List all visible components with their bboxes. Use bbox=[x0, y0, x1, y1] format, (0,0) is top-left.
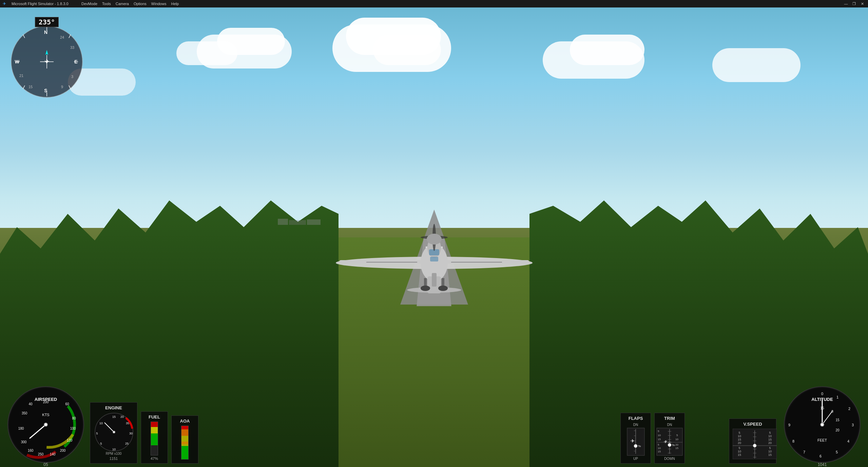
flaps-dn-label: DN bbox=[633, 423, 638, 427]
menu-options[interactable]: Options bbox=[134, 2, 147, 6]
svg-text:1: 1 bbox=[836, 395, 838, 399]
compass-heading-value: 235° bbox=[39, 18, 55, 26]
svg-text:21: 21 bbox=[19, 74, 23, 78]
svg-text:5: 5 bbox=[738, 431, 740, 434]
svg-text:20: 20 bbox=[768, 441, 772, 445]
aoa-current bbox=[181, 442, 188, 444]
svg-text:30: 30 bbox=[129, 432, 133, 435]
svg-point-61 bbox=[44, 423, 47, 426]
svg-text:15: 15 bbox=[768, 453, 772, 456]
svg-text:10: 10 bbox=[768, 450, 772, 453]
cloud-6 bbox=[373, 35, 441, 65]
svg-text:15: 15 bbox=[738, 453, 741, 456]
cloud-9 bbox=[712, 48, 801, 82]
fuel-fill-yellow bbox=[151, 427, 158, 434]
window-controls: — ❐ ✕ bbox=[843, 1, 865, 7]
svg-text:5: 5 bbox=[100, 442, 102, 445]
aoa-panel: AOA bbox=[171, 415, 198, 464]
svg-text:20: 20 bbox=[120, 415, 124, 419]
svg-text:80: 80 bbox=[72, 416, 76, 420]
compass-svg: N E S W 24 33 3 9 15 21 bbox=[9, 24, 84, 99]
compass-heading-box: 235° bbox=[35, 17, 59, 27]
svg-text:20: 20 bbox=[675, 443, 678, 446]
svg-point-156 bbox=[753, 444, 756, 447]
svg-text:10: 10 bbox=[768, 434, 772, 438]
svg-rect-6 bbox=[432, 273, 437, 287]
restore-button[interactable]: ❐ bbox=[851, 1, 857, 7]
svg-text:15: 15 bbox=[28, 85, 33, 89]
menu-help[interactable]: Help bbox=[171, 2, 179, 6]
svg-text:5: 5 bbox=[836, 450, 838, 454]
airspeed-svg: AIRSPEED 200 350 180 300 160 250 140 200… bbox=[7, 386, 85, 464]
svg-point-14 bbox=[438, 286, 448, 291]
vspeed-svg: 5 10 15 20 0 5 10 15 5 10 15 20 bbox=[733, 429, 777, 459]
svg-text:15: 15 bbox=[835, 418, 840, 422]
svg-text:200: 200 bbox=[60, 449, 66, 452]
svg-text:140: 140 bbox=[50, 452, 56, 456]
svg-point-15 bbox=[427, 234, 442, 245]
aoa-yellow bbox=[181, 436, 188, 446]
svg-text:10: 10 bbox=[658, 434, 661, 437]
svg-text:250: 250 bbox=[38, 452, 44, 456]
menu-camera[interactable]: Camera bbox=[116, 2, 129, 6]
building-2 bbox=[289, 220, 306, 225]
svg-text:20: 20 bbox=[835, 428, 840, 432]
horizon-buildings bbox=[278, 219, 321, 225]
engine-bottom-value: 1151 bbox=[94, 456, 133, 461]
svg-text:5: 5 bbox=[769, 446, 771, 450]
titlebar-left: ✈ Microsoft Flight Simulator - 1.8.3.0 bbox=[3, 1, 69, 6]
svg-text:3: 3 bbox=[71, 75, 73, 79]
svg-text:6: 6 bbox=[819, 454, 822, 458]
building-1 bbox=[278, 219, 288, 225]
engine-panel: ENGINE 15 10 5 5 10 25 30 35 20 RPM x100… bbox=[90, 402, 137, 464]
svg-text:10: 10 bbox=[675, 438, 678, 441]
trim-svg: 5 10 15 0 5 10 15 5 10 20 15 bbox=[656, 427, 683, 456]
svg-text:180: 180 bbox=[18, 427, 24, 430]
vspeed-title: V.SPEED bbox=[733, 422, 773, 427]
svg-text:100: 100 bbox=[70, 427, 76, 430]
close-button[interactable]: ✕ bbox=[859, 1, 865, 7]
svg-text:15: 15 bbox=[658, 438, 661, 441]
titlebar: ✈ Microsoft Flight Simulator - 1.8.3.0 D… bbox=[0, 0, 868, 7]
fuel-title: FUEL bbox=[145, 414, 163, 420]
svg-text:7: 7 bbox=[803, 450, 805, 454]
trim-panel: TRIM DN 5 10 15 0 5 10 15 5 10 20 bbox=[654, 413, 685, 464]
menu-devmode[interactable]: DevMode bbox=[81, 2, 97, 6]
svg-text:5: 5 bbox=[769, 431, 771, 434]
svg-text:120: 120 bbox=[67, 439, 73, 442]
svg-text:350: 350 bbox=[22, 411, 27, 415]
fuel-bar bbox=[151, 422, 158, 455]
menu-windows[interactable]: Windows bbox=[151, 2, 167, 6]
svg-text:✈: ✈ bbox=[631, 438, 635, 444]
airspeed-gauge: AIRSPEED 200 350 180 300 160 250 140 200… bbox=[7, 386, 85, 464]
trim-dn-label: DN bbox=[667, 423, 672, 427]
svg-text:15: 15 bbox=[738, 438, 741, 441]
compass: 235° N E S W 24 33 3 9 15 21 bbox=[9, 17, 84, 92]
aoa-red bbox=[181, 426, 188, 429]
fuel-fill-red bbox=[151, 422, 158, 427]
svg-text:10: 10 bbox=[99, 422, 103, 425]
cloud-8 bbox=[570, 35, 644, 65]
fuel-level bbox=[151, 433, 158, 445]
flaps-svg: ✈ To bbox=[626, 427, 645, 456]
svg-point-5 bbox=[407, 287, 461, 293]
fuel-bottom-value: 47% bbox=[145, 456, 163, 461]
svg-text:15: 15 bbox=[768, 438, 772, 441]
menu-tools[interactable]: Tools bbox=[102, 2, 111, 6]
svg-text:3: 3 bbox=[852, 423, 854, 427]
airplane-svg bbox=[332, 219, 536, 293]
svg-text:20: 20 bbox=[738, 441, 741, 445]
svg-text:✈: ✈ bbox=[664, 440, 667, 444]
svg-text:15: 15 bbox=[675, 447, 678, 450]
trim-down-label: DOWN bbox=[664, 457, 675, 461]
svg-text:33: 33 bbox=[70, 45, 74, 50]
minimize-button[interactable]: — bbox=[843, 1, 849, 7]
fuel-panel: FUEL 47% bbox=[141, 411, 168, 464]
engine-gauge-svg: 15 10 5 5 10 25 30 35 20 bbox=[94, 412, 134, 452]
svg-text:300: 300 bbox=[21, 440, 27, 444]
svg-text:5: 5 bbox=[676, 434, 678, 437]
svg-point-13 bbox=[421, 286, 430, 291]
svg-text:8: 8 bbox=[792, 439, 794, 443]
svg-point-104 bbox=[634, 444, 637, 448]
game-viewport: 235° N E S W 24 33 3 9 15 21 bbox=[0, 7, 868, 467]
